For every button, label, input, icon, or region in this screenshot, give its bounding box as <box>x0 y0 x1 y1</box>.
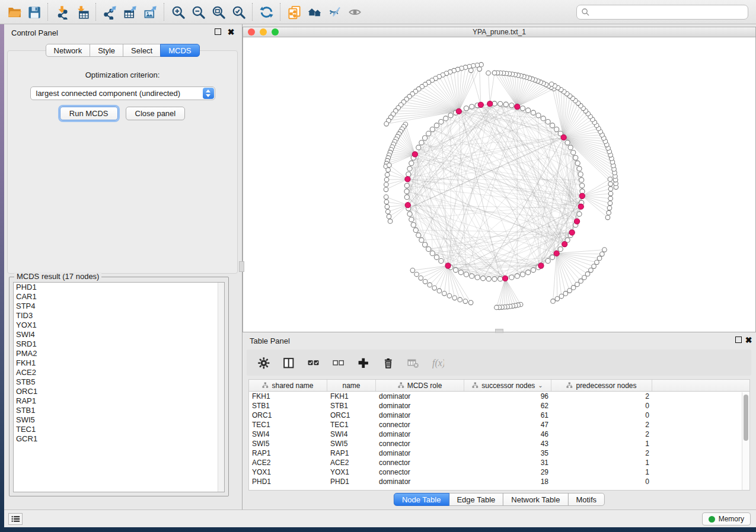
table-row[interactable]: SWI5SWI5connector431 <box>249 439 749 448</box>
del-col-button[interactable] <box>406 355 420 370</box>
table-row[interactable]: TEC1TEC1connector472 <box>249 420 749 430</box>
duplicate-network-button[interactable] <box>284 2 304 21</box>
export-network-button[interactable] <box>100 2 120 21</box>
result-node-item[interactable]: FKH1 <box>14 358 224 368</box>
result-node-item[interactable]: GCR1 <box>14 434 224 444</box>
tab-motifs[interactable]: Motifs <box>567 493 605 506</box>
task-history-button[interactable] <box>8 513 23 525</box>
dropdown-stepper-icon[interactable] <box>203 88 214 99</box>
search-field[interactable] <box>576 5 748 20</box>
column-header-predecessor-nodes[interactable]: predecessor nodes <box>551 380 652 391</box>
toolbar-separator <box>164 3 164 21</box>
table-row[interactable]: YOX1YOX1connector291 <box>249 467 749 477</box>
column-header-name[interactable]: name <box>327 380 376 391</box>
zoom-out-button[interactable] <box>188 2 208 21</box>
import-table-button[interactable] <box>72 2 92 21</box>
table-cell: 46 <box>464 430 551 438</box>
result-node-item[interactable]: ACE2 <box>14 368 224 377</box>
add-button[interactable] <box>356 355 370 370</box>
result-node-item[interactable]: RAP1 <box>14 396 224 406</box>
table-row[interactable]: RAP1RAP1dominator352 <box>249 448 749 458</box>
tab-network[interactable]: Network <box>45 44 90 57</box>
tab-network-table[interactable]: Network Table <box>503 493 568 506</box>
check-pair-button[interactable] <box>306 355 320 370</box>
tab-edge-table[interactable]: Edge Table <box>448 493 503 506</box>
table-cell: SWI5 <box>327 440 376 448</box>
table-cell: RAP1 <box>327 449 376 457</box>
table-cell: dominator <box>376 430 464 438</box>
import-network-button[interactable] <box>52 2 72 21</box>
table-cell: 18 <box>464 477 551 486</box>
result-node-item[interactable]: YOX1 <box>14 321 224 330</box>
column-header-shared-name[interactable]: shared name <box>249 380 327 391</box>
table-row[interactable]: SWI4SWI4dominator462 <box>249 430 749 439</box>
zoom-selected-button[interactable] <box>228 2 248 21</box>
table-scrollbar-thumb[interactable] <box>744 395 748 441</box>
mcds-result-list[interactable]: PHD1CAR1STP4TID3YOX1SWI4SRD1PMA2FKH1ACE2… <box>13 282 225 492</box>
tab-select[interactable]: Select <box>123 44 161 57</box>
result-node-item[interactable]: SWI5 <box>14 415 224 425</box>
tab-node-table[interactable]: Node Table <box>394 493 449 506</box>
horizontal-splitter-handle[interactable] <box>495 329 503 333</box>
tab-mcds[interactable]: MCDS <box>160 44 199 57</box>
save-session-button[interactable] <box>24 2 44 21</box>
run-mcds-button[interactable]: Run MCDS <box>60 107 118 120</box>
result-node-item[interactable]: ORC1 <box>14 387 224 396</box>
zoom-in-button[interactable] <box>168 2 188 21</box>
export-image-button[interactable] <box>140 2 160 21</box>
trash-button[interactable] <box>381 355 395 370</box>
column-header-MCDS-role[interactable]: MCDS role <box>376 380 464 391</box>
column-header-filler <box>652 380 749 391</box>
result-node-item[interactable]: TID3 <box>14 311 224 321</box>
table-cell: 2 <box>551 392 652 400</box>
table-row[interactable]: ORC1ORC1dominator610 <box>249 411 749 420</box>
tab-style[interactable]: Style <box>90 44 123 57</box>
gear-button[interactable] <box>256 355 270 370</box>
memory-button[interactable]: Memory <box>702 512 751 525</box>
zoom-out-icon <box>191 5 206 20</box>
result-node-item[interactable]: TEC1 <box>14 425 224 434</box>
table-panel-float-icon[interactable] <box>735 336 742 343</box>
result-node-item[interactable]: STP4 <box>14 302 224 311</box>
columns-button[interactable] <box>281 355 295 370</box>
result-node-item[interactable]: CAR1 <box>14 292 224 302</box>
table-scrollbar[interactable] <box>742 392 749 490</box>
criterion-dropdown[interactable]: largest connected component (undirected) <box>30 86 215 100</box>
table-row[interactable]: FKH1FKH1dominator962 <box>249 392 749 401</box>
show-eye-button[interactable] <box>344 2 365 21</box>
close-panel-button[interactable]: Close panel <box>126 107 186 120</box>
network-window-title: YPA_prune.txt_1 <box>243 28 755 36</box>
result-node-item[interactable]: PHD1 <box>14 283 224 292</box>
open-file-button[interactable] <box>4 2 24 21</box>
result-node-item[interactable]: SRD1 <box>14 339 224 349</box>
vertical-splitter-handle[interactable] <box>239 261 244 272</box>
fx-button[interactable]: f(x) <box>430 355 445 370</box>
home-view-button[interactable] <box>304 2 324 21</box>
table-row[interactable]: STB1STB1dominator620 <box>249 401 749 411</box>
table-panel-close-icon[interactable]: ✖ <box>745 336 752 344</box>
network-window-titlebar[interactable]: YPA_prune.txt_1 <box>243 27 755 37</box>
result-node-item[interactable]: PMA2 <box>14 349 224 358</box>
result-list-scrollbar[interactable] <box>218 283 224 492</box>
memory-label: Memory <box>719 515 744 523</box>
add-icon <box>357 357 369 369</box>
result-node-item[interactable]: STB1 <box>14 406 224 415</box>
column-header-successor-nodes[interactable]: successor nodes⌄ <box>464 380 551 391</box>
control-panel-float-icon[interactable] <box>215 28 221 35</box>
network-canvas[interactable] <box>243 37 755 332</box>
table-row[interactable]: ACE2ACE2connector311 <box>249 458 749 467</box>
attribute-type-icon <box>398 382 404 389</box>
refresh-button[interactable] <box>256 2 276 21</box>
control-panel-close-icon[interactable]: ✖ <box>227 28 235 36</box>
columns-icon <box>282 357 295 369</box>
search-input[interactable] <box>590 5 748 19</box>
check-pair-icon <box>307 357 320 369</box>
zoom-fit-button[interactable] <box>208 2 228 21</box>
hide-glasses-button[interactable] <box>324 2 344 21</box>
table-row[interactable]: PHD1PHD1dominator180 <box>249 477 749 486</box>
result-node-item[interactable]: STB5 <box>14 377 224 387</box>
export-table-button[interactable] <box>120 2 140 21</box>
status-bar: Memory <box>4 509 756 527</box>
result-node-item[interactable]: SWI4 <box>14 330 224 339</box>
uncheck-pair-button[interactable] <box>331 355 345 370</box>
